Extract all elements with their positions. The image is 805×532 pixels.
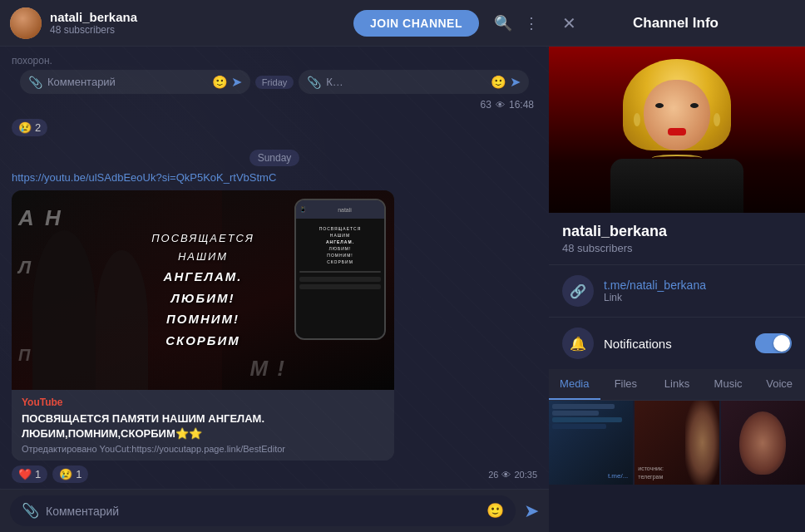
comment-input-1[interactable]: 📎 Комментарий 🙂 ➤	[20, 70, 250, 94]
eye-icon: 👁	[501, 470, 511, 480]
bg-text-right: М !	[249, 356, 286, 382]
overlay-line6: СКОРБИМ	[151, 330, 254, 352]
cry-count-2: 1	[76, 468, 81, 480]
emoji-icon-2: 🙂	[491, 75, 506, 90]
send-icon-2[interactable]: ➤	[510, 74, 521, 90]
tab-music[interactable]: Music	[703, 369, 754, 400]
msg-time: 20:35	[514, 470, 537, 480]
attach-icon-bottom[interactable]: 📎	[22, 502, 39, 520]
left-eye	[655, 103, 664, 108]
send-button-bottom[interactable]: ➤	[524, 500, 539, 522]
friday-divider-inline: Friday	[255, 76, 294, 89]
message-input-placeholder[interactable]: Комментарий	[46, 505, 480, 518]
media-grid: t.me/... источник: телеграм	[549, 401, 805, 532]
heart-reaction[interactable]: ❤️ 1	[12, 466, 47, 483]
heart-emoji: ❤️	[18, 468, 32, 480]
sunday-divider: Sunday	[12, 150, 537, 165]
emoji-icon-1: 🙂	[212, 75, 228, 90]
profile-subscribers: 48 subscribers	[562, 242, 792, 254]
overlay-line1: Посвящается	[151, 229, 254, 248]
right-earring	[714, 113, 720, 126]
bottom-input-bar: 📎 Комментарий 🙂 ➤	[0, 489, 549, 532]
phone-line5: ПОМНИМ!	[299, 252, 381, 259]
media-title: ПОСВЯЩАЕТСЯ ПАМЯТИ НАШИМ АНГЕЛАМ. ЛЮБИМ,…	[22, 411, 384, 441]
bottom-stats: 26 👁 20:35	[488, 470, 537, 480]
right-eye	[690, 103, 699, 108]
bg-text-a: А Н	[18, 207, 63, 229]
overlay-line2: нашим	[151, 248, 254, 266]
media-bottom: YouTube ПОСВЯЩАЕТСЯ ПАМЯТИ НАШИМ АНГЕЛАМ…	[12, 390, 394, 461]
comment-input-2[interactable]: 📎 К… 🙂 ➤	[299, 70, 529, 94]
reaction-row: 😢 2	[12, 116, 537, 140]
chat-messages: похорон. 📎 Комментарий 🙂 ➤ Friday 📎 К… 🙂…	[0, 47, 549, 489]
send-icon-1[interactable]: ➤	[231, 74, 242, 90]
overlay-line4: ЛЮБИМ!	[151, 288, 254, 309]
tab-files[interactable]: Files	[600, 369, 652, 400]
header-icons: 🔍 ⋮	[494, 14, 539, 32]
chat-subscribers: 48 subscribers	[50, 24, 345, 36]
face	[644, 80, 710, 150]
link-row[interactable]: 🔗 t.me/natali_berkana Link	[549, 265, 805, 317]
more-options-icon[interactable]: ⋮	[524, 14, 539, 32]
notifications-row[interactable]: 🔔 Notifications	[549, 317, 805, 369]
friday-time: 16:48	[509, 99, 534, 111]
bg-text-p: П	[18, 346, 32, 365]
body	[610, 159, 743, 213]
tab-media[interactable]: Media	[549, 369, 600, 400]
tab-links[interactable]: Links	[651, 369, 703, 400]
profile-info: natali_berkana 48 subscribers	[549, 213, 805, 264]
cry-reaction[interactable]: 😢 2	[12, 119, 47, 136]
emoji-icon-bottom[interactable]: 🙂	[486, 502, 504, 520]
notifications-label: Notifications	[604, 337, 745, 351]
bell-icon: 🔔	[562, 328, 594, 359]
profile-name: natali_berkana	[562, 223, 792, 240]
notifications-toggle[interactable]	[755, 333, 792, 353]
message-input-field[interactable]: 📎 Комментарий 🙂	[10, 495, 516, 526]
media-cell-2[interactable]: источник: телеграм	[635, 401, 719, 485]
eye-icon-friday: 👁	[496, 100, 505, 110]
heart-count: 1	[35, 468, 41, 480]
avatar	[10, 7, 42, 39]
youtube-label: YouTube	[22, 397, 384, 408]
phone-line1: Посвящается	[299, 225, 381, 232]
overlay-line5: ПОМНИМ!	[151, 308, 254, 330]
link-type-label: Link	[604, 292, 706, 303]
bottom-reactions: ❤️ 1 😢 1 26 👁 20:35	[12, 466, 537, 486]
cry-emoji-2: 😢	[59, 468, 72, 480]
profile-photo	[549, 47, 805, 213]
lips	[668, 128, 686, 135]
url-message[interactable]: https://youtu.be/ulSAdbEeoUk?si=QkP5KoK_…	[12, 171, 537, 184]
chat-channel-name: natali_berkana	[50, 10, 345, 24]
friday-view-count: 63	[481, 99, 491, 111]
comment-placeholder-1: Комментарий	[47, 76, 212, 88]
join-channel-button[interactable]: JOIN CHANNEL	[353, 10, 479, 37]
link-icon: 🔗	[562, 275, 594, 307]
info-panel-title: Channel Info	[586, 15, 765, 32]
tab-voice[interactable]: Voice	[753, 369, 805, 400]
phone-header: 📱 natali	[296, 200, 384, 219]
media-cell-3[interactable]	[721, 401, 805, 485]
phone-line6: СКОРБИМ	[299, 259, 381, 265]
chat-title-block: natali_berkana 48 subscribers	[50, 10, 345, 36]
bg-text-l: Л	[18, 257, 32, 278]
info-panel: ✕ Channel Info natali_berkana 48 subscri…	[549, 0, 805, 532]
attach-icon-2: 📎	[307, 76, 321, 89]
toggle-knob	[773, 335, 790, 352]
link-url-text[interactable]: t.me/natali_berkana	[604, 278, 706, 292]
phone-line3: АНГЕЛАМ.	[299, 239, 381, 245]
friday-label: Friday	[255, 76, 294, 89]
search-icon[interactable]: 🔍	[494, 14, 512, 32]
link-info: t.me/natali_berkana Link	[604, 278, 706, 303]
media-cell-1[interactable]: t.me/...	[549, 401, 633, 485]
chat-panel: natali_berkana 48 subscribers JOIN CHANN…	[0, 0, 549, 532]
comment-input-row-top: 📎 Комментарий 🙂 ➤ Friday 📎 К… 🙂 ➤	[12, 70, 537, 99]
left-earring	[634, 113, 640, 126]
phone-body: Посвящается нашим АНГЕЛАМ. ЛЮБИМ! ПОМНИМ…	[296, 219, 384, 338]
close-info-button[interactable]: ✕	[562, 13, 576, 33]
friday-stats-row: 63 👁 16:48	[12, 99, 537, 111]
phone-line4: ЛЮБИМ!	[299, 245, 381, 252]
view-count: 26	[488, 470, 498, 480]
media-thumbnail[interactable]: А Н Л П 📱 natali Посвящается нашим АНГЕЛ	[12, 190, 394, 390]
cry-reaction-2[interactable]: 😢 1	[52, 466, 88, 483]
overlay-line3: АНГЕЛАМ.	[151, 266, 254, 288]
